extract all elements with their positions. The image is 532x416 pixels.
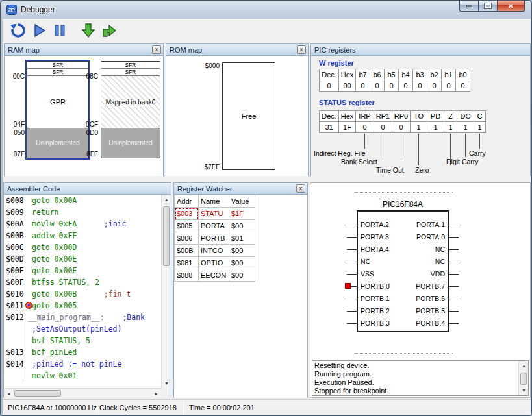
reg-value-cell: 0 (374, 122, 392, 133)
code-line[interactable]: $00Cgoto 0x00D (4, 241, 161, 253)
code-line[interactable]: $00Amovlw 0xFA ;inic (4, 218, 161, 230)
ram-bank1-column[interactable]: SFR SFR Mapped in bank0 Uninplemented (101, 61, 160, 158)
watcher-addr-cell[interactable]: $005 (175, 220, 199, 232)
status-device: PIC16F84A at 10000000 Hz (3, 404, 94, 411)
scroll-left-icon[interactable]: ◄ (4, 389, 14, 398)
pic-registers-body: W register Dec.Hexb7b6b5b4b3b2b1b0000000… (311, 56, 530, 176)
watcher-value-cell[interactable]: $1F (229, 208, 255, 220)
register-watcher-close-button[interactable]: x (296, 184, 305, 193)
watcher-addr-cell[interactable]: $081 (175, 257, 199, 269)
code-line[interactable]: $008goto 0x00A (4, 195, 161, 206)
annotation-zero: Zero (415, 166, 429, 174)
reg-header-cell: TO (411, 111, 427, 122)
code-line[interactable]: movlw 0x01 (4, 370, 161, 382)
code-segment: goto 0x00F (32, 266, 77, 275)
pin-label: PORTA.1 (416, 220, 445, 229)
register-watcher-header: Register Watcher x (174, 183, 307, 195)
code-line[interactable]: $010goto 0x00B ;fin t (4, 288, 161, 300)
pin-stub (449, 225, 459, 225)
watcher-row[interactable]: $088EECON$00 (175, 269, 255, 282)
watcher-row[interactable]: $006PORTB$01 (175, 232, 255, 245)
code-line[interactable]: bsf STATUS, 5 (4, 335, 161, 347)
scroll-up-icon[interactable]: ▲ (519, 361, 529, 371)
watcher-name-cell[interactable]: OPTIO (199, 257, 229, 269)
ram-map-close-button[interactable]: x (152, 45, 161, 54)
code-line[interactable]: $013bcf pinLed (4, 347, 161, 358)
watcher-name-cell[interactable]: PORTA (199, 220, 229, 232)
pin-label: PORTB.7 (416, 282, 445, 291)
watcher-addr-cell[interactable]: $088 (175, 269, 199, 282)
code-text: ➤goto 0x005 (25, 300, 161, 312)
assembler-code-lines: $008goto 0x00A$009return$00Amovlw 0xFA ;… (4, 195, 161, 388)
log-vertical-scrollbar[interactable]: ▲ ▼ (518, 361, 528, 395)
assembler-horizontal-scrollbar[interactable]: ◄ ► (4, 388, 161, 398)
window-controls: ✕ (459, 1, 525, 12)
scroll-down-icon[interactable]: ▼ (162, 378, 171, 388)
code-address (4, 323, 25, 335)
code-segment: goto 0x00B (32, 289, 77, 299)
pin-label: PORTA.0 (416, 232, 445, 241)
w-register-label: W register (319, 59, 354, 67)
pin-stub (449, 311, 459, 312)
ram-bank1-sfr: SFR SFR (101, 62, 160, 76)
reset-button[interactable] (8, 20, 29, 41)
code-address: $00E (4, 265, 25, 276)
code-line[interactable]: $009return (4, 206, 161, 218)
maximize-button[interactable] (478, 1, 497, 12)
watcher-name-cell[interactable]: INTCO (199, 245, 229, 257)
minimize-button[interactable] (459, 1, 478, 12)
code-line[interactable]: $00Fbtfss STATUS, 2 (4, 276, 161, 288)
code-line[interactable]: $012__main_program__: ;Bank (4, 312, 161, 323)
title-bar[interactable]: æ Debugger (1, 1, 531, 19)
watcher-addr-cell[interactable]: $006 (175, 232, 199, 245)
watcher-value-cell[interactable]: $00 (229, 257, 255, 269)
watcher-value-cell[interactable]: $00 (229, 220, 255, 232)
ram-address: 08C (79, 73, 98, 80)
watcher-value-cell[interactable]: $00 (229, 269, 255, 282)
watcher-name-cell[interactable]: STATU (199, 208, 229, 220)
code-line[interactable]: ;SetAsOutput(pinLed) (4, 323, 161, 335)
watcher-value-cell[interactable]: $01 (229, 232, 255, 245)
rom-map-close-button[interactable]: x (297, 45, 306, 54)
run-button[interactable] (29, 20, 49, 41)
rom-map-title: ROM map (170, 46, 297, 54)
step-over-button[interactable] (99, 20, 120, 41)
scroll-thumb[interactable] (163, 206, 170, 266)
pause-icon (51, 22, 68, 39)
scroll-up-icon[interactable]: ▲ (162, 195, 171, 204)
watcher-addr-cell[interactable]: $003 (175, 208, 199, 220)
watcher-row[interactable]: $003STATU$1F (175, 208, 255, 220)
reg-value-row: 311F00011111 (320, 122, 486, 133)
scroll-right-icon[interactable]: ► (151, 389, 161, 398)
code-line[interactable]: $011➤goto 0x005 (4, 300, 161, 312)
code-segment: addlw 0xFF (32, 231, 77, 240)
watcher-row[interactable]: $005PORTA$00 (175, 220, 255, 232)
watcher-name-cell[interactable]: PORTB (199, 232, 229, 245)
scroll-thumb[interactable] (14, 390, 61, 397)
assembler-vertical-scrollbar[interactable]: ▲ ▼ (161, 195, 171, 388)
log-line: Execution Paused. (314, 378, 517, 387)
close-button[interactable]: ✕ (497, 1, 525, 12)
ram-address: 0CF (79, 121, 98, 128)
reg-header-cell: b2 (427, 69, 442, 80)
scroll-thumb[interactable] (520, 373, 527, 385)
watcher-value-cell[interactable]: $00 (229, 245, 255, 257)
scroll-down-icon[interactable]: ▼ (519, 385, 529, 395)
ram-bank1-mapped: Mapped in bank0 (101, 76, 160, 128)
reg-value-cell: 0 (442, 80, 456, 92)
code-line[interactable]: $014;pinLed := not pinLe (4, 358, 161, 370)
code-line[interactable]: $00Egoto 0x00F (4, 265, 161, 276)
reg-header-row: Dec.HexIRPRP1RP0TOPDZDCC (320, 111, 486, 122)
watcher-name-cell[interactable]: EECON (199, 269, 229, 282)
watcher-row[interactable]: $00BINTCO$00 (175, 245, 255, 257)
code-line[interactable]: $00Baddlw 0xFF (4, 230, 161, 241)
watcher-addr-cell[interactable]: $00B (175, 245, 199, 257)
watcher-row[interactable]: $081OPTIO$00 (175, 257, 255, 269)
close-icon: ✕ (508, 3, 513, 10)
reg-header-cell: C (474, 111, 486, 122)
step-into-button[interactable] (78, 20, 99, 41)
rom-address-top: $000 (195, 62, 220, 69)
code-line[interactable]: $00Dgoto 0x00E (4, 253, 161, 265)
pause-button[interactable] (49, 20, 70, 41)
code-text: addlw 0xFF (25, 230, 161, 241)
